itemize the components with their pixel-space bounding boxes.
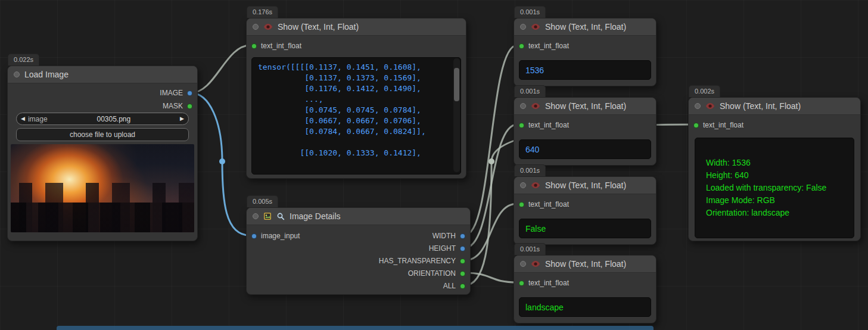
input-port[interactable]: [693, 123, 699, 128]
scrollbar-thumb[interactable]: [454, 68, 459, 101]
choose-file-button[interactable]: choose file to upload: [16, 128, 189, 141]
tensor-text-area[interactable]: tensor([[[[0.1137, 0.1451, 0.1608], [0.1…: [251, 57, 461, 175]
input-port[interactable]: [519, 43, 524, 49]
collapse-dot[interactable]: [520, 103, 526, 109]
combo-prev-icon[interactable]: ◀: [21, 116, 25, 122]
input-port[interactable]: [519, 202, 524, 207]
node-title: Show (Text, Int, Float): [278, 22, 359, 32]
node-titlebar[interactable]: Show (Text, Int, Float): [514, 256, 656, 273]
node-show-tensor[interactable]: 0.176s Show (Text, Int, Float) text_int_…: [246, 18, 466, 179]
collapse-dot[interactable]: [520, 182, 526, 188]
eye-icon: [705, 102, 715, 110]
output-port-height[interactable]: [460, 246, 465, 251]
timer-badge: 0.176s: [247, 6, 278, 18]
magnifier-icon: [276, 212, 285, 220]
node-show-orientation[interactable]: 0.001s Show (Text, Int, Float) text_int_…: [514, 255, 657, 323]
node-title: Show (Text, Int, Float): [545, 259, 626, 269]
collapse-dot[interactable]: [695, 103, 701, 109]
timer-badge: 0.001s: [514, 164, 546, 176]
scrollbar-track[interactable]: [453, 58, 460, 172]
node-titlebar[interactable]: Show (Text, Int, Float): [514, 18, 656, 36]
node-titlebar[interactable]: Show (Text, Int, Float): [247, 18, 466, 36]
input-label: text_int_float: [261, 42, 301, 50]
output-port-all[interactable]: [460, 284, 465, 289]
node-title: Load Image: [24, 70, 69, 79]
input-slot-text-int-float: text_int_float: [251, 40, 301, 52]
node-show-all[interactable]: 0.002s Show (Text, Int, Float) text_int_…: [688, 97, 861, 241]
timer-badge: 0.001s: [514, 85, 546, 97]
value-text-area[interactable]: landscape: [519, 297, 651, 317]
input-port[interactable]: [251, 234, 257, 239]
output-slot-image: IMAGE: [160, 87, 192, 99]
collapse-dot[interactable]: [520, 24, 526, 30]
input-port[interactable]: [519, 123, 524, 128]
timer-badge: 0.022s: [8, 54, 39, 66]
reroute-dot-blue[interactable]: [219, 158, 225, 164]
output-port-width[interactable]: [460, 234, 465, 239]
node-titlebar[interactable]: Image Details: [247, 208, 470, 225]
collapse-dot[interactable]: [14, 71, 20, 77]
input-slot-image-input: image_input: [251, 230, 300, 242]
reroute-dot-gray[interactable]: [489, 158, 494, 164]
timer-badge: 0.005s: [247, 195, 278, 207]
output-port-orientation[interactable]: [460, 271, 465, 276]
summary-text-area[interactable]: Width: 1536 Height: 640 Loaded with tran…: [695, 138, 854, 238]
value-text-area[interactable]: False: [519, 219, 651, 238]
wire-image-to-show-tensor: [191, 45, 250, 93]
input-port[interactable]: [251, 43, 257, 49]
node-graph-canvas[interactable]: 0.022s Load Image IMAGE MASK ◀ image 003…: [0, 0, 868, 330]
node-show-height[interactable]: 0.001s Show (Text, Int, Float) text_int_…: [514, 97, 657, 166]
output-slot-mask: MASK: [163, 100, 192, 112]
input-slot-text-int-float: text_int_float: [519, 119, 569, 131]
image-filename-combo[interactable]: ◀ image 00305.png ▶: [16, 113, 189, 125]
preview-skyline-near: [11, 203, 194, 232]
collapse-dot[interactable]: [520, 261, 526, 267]
input-label: text_int_float: [528, 42, 569, 50]
value-text-area[interactable]: 640: [519, 139, 651, 159]
input-slot-text-int-float: text_int_float: [519, 277, 569, 289]
output-label: WIDTH: [433, 232, 456, 240]
collapse-dot[interactable]: [253, 213, 259, 219]
value-text-area[interactable]: 1536: [519, 60, 651, 80]
picture-icon: [263, 212, 272, 220]
output-label: HAS_TRANSPARENCY: [379, 257, 456, 265]
collapse-dot[interactable]: [253, 24, 259, 30]
offscreen-node-top-edge: [57, 326, 654, 330]
output-slot-has-transparency: HAS_TRANSPARENCY: [379, 255, 465, 267]
node-titlebar[interactable]: Show (Text, Int, Float): [514, 177, 656, 194]
output-port-has-transparency[interactable]: [460, 259, 465, 264]
node-titlebar[interactable]: Show (Text, Int, Float): [514, 98, 656, 115]
node-title: Show (Text, Int, Float): [720, 101, 801, 111]
eye-icon: [531, 23, 540, 30]
node-title: Show (Text, Int, Float): [545, 180, 626, 190]
output-slot-all: ALL: [443, 280, 465, 292]
output-port-mask[interactable]: [187, 104, 192, 109]
node-load-image[interactable]: 0.022s Load Image IMAGE MASK ◀ image 003…: [7, 66, 198, 241]
output-label: HEIGHT: [429, 244, 456, 253]
input-slot-text-int-float: text_int_float: [519, 198, 569, 210]
node-image-details[interactable]: 0.005s Image Details image_input WIDTH H…: [246, 207, 471, 295]
node-show-width[interactable]: 0.001s Show (Text, Int, Float) text_int_…: [514, 18, 657, 86]
input-port[interactable]: [519, 281, 524, 286]
combo-label: image: [28, 115, 48, 123]
node-show-transparency[interactable]: 0.001s Show (Text, Int, Float) text_int_…: [514, 176, 657, 245]
input-slot-text-int-float: text_int_float: [519, 40, 569, 52]
output-label: MASK: [163, 102, 183, 110]
node-titlebar[interactable]: Show (Text, Int, Float): [689, 98, 860, 115]
eye-icon: [263, 23, 273, 30]
node-title: Show (Text, Int, Float): [545, 22, 626, 32]
wire-image-to-image-details: [191, 93, 250, 235]
eye-icon: [531, 102, 540, 110]
combo-next-icon[interactable]: ▶: [180, 116, 184, 122]
input-label: text_int_float: [528, 121, 569, 129]
output-label: ORIENTATION: [408, 269, 456, 278]
node-title: Show (Text, Int, Float): [545, 101, 626, 111]
node-titlebar[interactable]: Load Image: [8, 66, 197, 83]
combo-value: 00305.png: [48, 115, 180, 123]
input-label: text_int_float: [528, 200, 569, 208]
output-slot-orientation: ORIENTATION: [408, 267, 465, 279]
output-label: ALL: [443, 282, 456, 290]
timer-badge: 0.001s: [514, 6, 546, 18]
output-slot-height: HEIGHT: [429, 242, 465, 254]
output-port-image[interactable]: [187, 91, 192, 96]
